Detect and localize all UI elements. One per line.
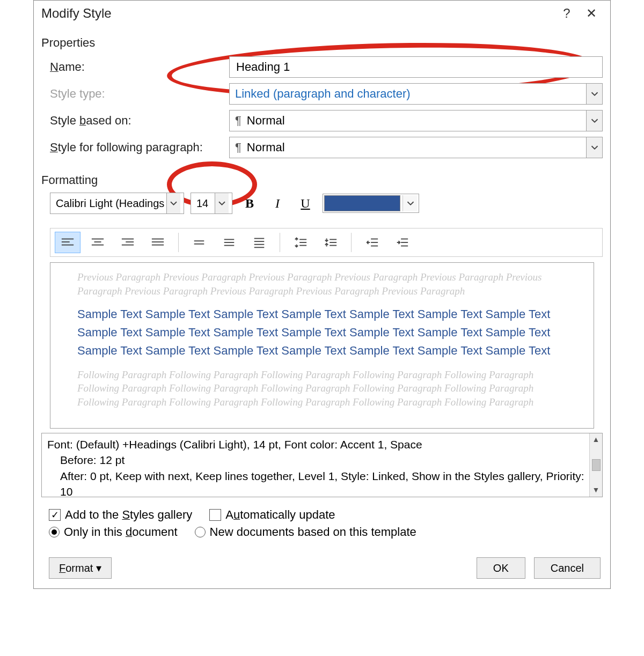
add-to-gallery-checkbox[interactable]: ✓ Add to the Styles gallery [49,508,192,522]
chevron-down-icon [586,137,602,158]
name-label: Name: [41,60,229,74]
close-button[interactable]: ✕ [579,4,604,23]
align-right-button[interactable] [115,232,141,253]
scroll-up-icon[interactable]: ▲ [592,433,600,446]
preview-sample-text: Sample Text Sample Text Sample Text Samp… [77,305,572,360]
style-description: Font: (Default) +Headings (Calibri Light… [41,433,603,497]
align-left-button[interactable] [55,232,80,253]
underline-button[interactable]: U [295,193,316,214]
properties-grid: Name: Style type: Linked (paragraph and … [34,56,610,158]
separator [351,233,352,252]
separator [280,233,280,252]
paragraph-toolbar [50,228,603,257]
dialog-footer: Format ▾ OK Cancel [34,548,610,588]
font-toolbar: Calibri Light (Headings) 14 B I U [34,190,610,218]
description-line: Font: (Default) +Headings (Calibri Light… [47,437,597,452]
space-before-button[interactable] [288,232,313,253]
style-preview: Previous Paragraph Previous Paragraph Pr… [50,262,594,429]
description-line: Before: 12 pt [47,452,597,468]
section-properties-label: Properties [34,26,610,53]
new-documents-template-radio[interactable]: New documents based on this template [195,525,416,539]
style-based-on-select[interactable]: ¶ Normal [229,110,603,131]
line-spacing-2-button[interactable] [246,232,272,253]
font-family-value: Calibri Light (Headings) [56,197,164,210]
scrollbar[interactable]: ▲ ▼ [589,433,602,497]
name-input[interactable] [229,56,603,78]
auto-update-label: Automatically update [225,508,335,522]
scroll-down-icon[interactable]: ▼ [592,484,600,497]
help-button[interactable]: ? [554,4,579,23]
increase-indent-button[interactable] [389,232,415,253]
font-family-combobox[interactable]: Calibri Light (Headings) [50,193,184,214]
italic-button[interactable]: I [267,193,288,214]
font-size-value: 14 [196,197,213,210]
style-based-on-label: Style based on: [41,114,229,128]
chevron-down-icon [166,193,180,213]
font-color-picker[interactable] [323,194,419,213]
cancel-button[interactable]: Cancel [534,557,601,579]
only-this-document-label: Only in this document [64,525,178,539]
style-type-value: Linked (paragraph and character) [235,87,597,101]
space-after-button[interactable] [318,232,343,253]
new-documents-template-label: New documents based on this template [210,525,416,539]
chevron-down-icon [586,84,602,104]
style-based-on-value: Normal [247,114,597,128]
scroll-thumb[interactable] [592,459,601,471]
section-formatting-label: Formatting [34,164,610,190]
style-following-label: Style for following paragraph: [41,141,229,154]
style-type-label: Style type: [41,87,229,101]
bold-button[interactable]: B [239,193,260,214]
auto-update-checkbox[interactable]: Automatically update [209,508,335,522]
style-following-value: Normal [247,141,597,154]
chevron-down-icon [586,110,602,131]
dialog-title: Modify Style [41,6,554,21]
separator [178,233,179,252]
align-center-button[interactable] [85,232,111,253]
style-following-select[interactable]: ¶ Normal [229,137,603,158]
chevron-down-icon [215,193,229,213]
chevron-down-icon [402,195,418,211]
preview-previous-text: Previous Paragraph Previous Paragraph Pr… [77,270,572,298]
description-line: After: 0 pt, Keep with next, Keep lines … [47,468,597,500]
options: ✓ Add to the Styles gallery Automaticall… [34,497,610,548]
pilcrow-icon: ¶ [235,114,241,128]
add-to-gallery-label: Add to the Styles gallery [65,508,192,522]
decrease-indent-button[interactable] [359,232,385,253]
format-button[interactable]: Format ▾ [49,557,112,579]
pilcrow-icon: ¶ [235,141,241,154]
preview-following-text: Following Paragraph Following Paragraph … [77,368,572,409]
line-spacing-1-button[interactable] [186,232,212,253]
titlebar: Modify Style ? ✕ [34,1,610,26]
style-type-select[interactable]: Linked (paragraph and character) [229,83,603,105]
line-spacing-1-5-button[interactable] [216,232,242,253]
align-justify-button[interactable] [145,232,171,253]
ok-button[interactable]: OK [477,557,525,579]
modify-style-dialog: Modify Style ? ✕ Properties Name: Style … [33,0,611,589]
color-swatch [324,195,400,211]
only-this-document-radio[interactable]: Only in this document [49,525,178,539]
font-size-combobox[interactable]: 14 [191,193,232,214]
